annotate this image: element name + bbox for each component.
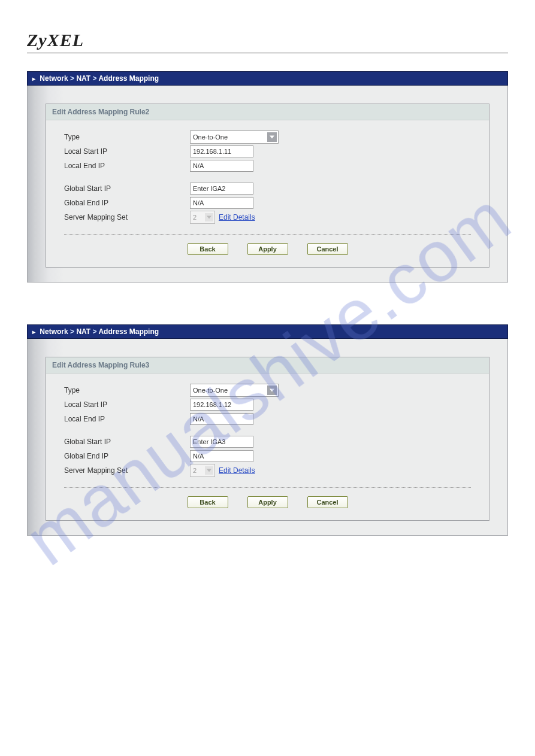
- local-end-ip-label: Local End IP: [64, 415, 190, 423]
- server-mapping-set-label: Server Mapping Set: [64, 466, 190, 475]
- local-start-ip-field[interactable]: 192.168.1.11: [190, 145, 253, 157]
- panel-rule2: ▸ Network > NAT > Address Mapping Edit A…: [27, 71, 508, 283]
- breadcrumb-sep: >: [93, 327, 97, 336]
- local-start-ip-label: Local Start IP: [64, 400, 190, 409]
- global-start-ip-field[interactable]: Enter IGA2: [190, 183, 253, 195]
- svg-marker-2: [270, 389, 274, 392]
- breadcrumb-part-address-mapping: Address Mapping: [98, 327, 159, 336]
- svg-marker-1: [207, 216, 211, 219]
- header-rule: [27, 53, 508, 53]
- edit-details-link[interactable]: Edit Details: [219, 466, 255, 475]
- cancel-button[interactable]: Cancel: [307, 496, 348, 508]
- global-start-ip-field[interactable]: Enter IGA3: [190, 436, 253, 448]
- server-mapping-set-label: Server Mapping Set: [64, 213, 190, 221]
- section-title: Edit Address Mapping Rule2: [46, 104, 489, 120]
- local-end-ip-field[interactable]: N/A: [190, 413, 253, 425]
- global-end-ip-label: Global End IP: [64, 452, 190, 460]
- chevron-down-icon: [267, 132, 277, 142]
- breadcrumb-part-address-mapping: Address Mapping: [98, 74, 159, 83]
- breadcrumb-sep: >: [70, 74, 74, 83]
- back-button[interactable]: Back: [188, 496, 228, 508]
- breadcrumb-part-nat: NAT: [76, 74, 90, 83]
- svg-marker-3: [207, 469, 211, 472]
- chevron-down-icon: [205, 213, 213, 221]
- cancel-button[interactable]: Cancel: [307, 243, 348, 255]
- local-end-ip-label: Local End IP: [64, 162, 190, 170]
- back-button[interactable]: Back: [188, 243, 228, 255]
- type-select[interactable]: One-to-One: [190, 384, 279, 397]
- breadcrumb-part-network: Network: [40, 327, 68, 336]
- type-select-value: One-to-One: [193, 133, 228, 141]
- chevron-down-icon: [205, 466, 213, 475]
- breadcrumb-part-nat: NAT: [76, 327, 90, 336]
- apply-button[interactable]: Apply: [247, 243, 288, 255]
- type-label: Type: [64, 133, 190, 141]
- form-divider: [64, 487, 471, 488]
- breadcrumb-sep: >: [70, 327, 74, 336]
- breadcrumb-arrow-icon: ▸: [32, 75, 35, 82]
- local-start-ip-label: Local Start IP: [64, 147, 190, 156]
- global-start-ip-label: Global Start IP: [64, 438, 190, 446]
- form-divider: [64, 234, 471, 235]
- type-select-value: One-to-One: [193, 387, 228, 394]
- global-end-ip-field[interactable]: N/A: [190, 450, 253, 462]
- apply-button[interactable]: Apply: [247, 496, 288, 508]
- local-start-ip-field[interactable]: 192.168.1.12: [190, 399, 253, 411]
- global-end-ip-field[interactable]: N/A: [190, 197, 253, 209]
- breadcrumb-sep: >: [93, 74, 97, 83]
- breadcrumb: ▸ Network > NAT > Address Mapping: [27, 324, 508, 339]
- breadcrumb: ▸ Network > NAT > Address Mapping: [27, 71, 508, 86]
- panel-rule3: ▸ Network > NAT > Address Mapping Edit A…: [27, 324, 508, 536]
- server-mapping-set-value: 2: [193, 214, 197, 221]
- svg-marker-0: [270, 136, 274, 139]
- chevron-down-icon: [267, 385, 277, 395]
- brand-logo: ZyXEL: [27, 30, 508, 50]
- breadcrumb-arrow-icon: ▸: [32, 329, 35, 335]
- global-start-ip-label: Global Start IP: [64, 184, 190, 193]
- section-title: Edit Address Mapping Rule3: [46, 357, 489, 374]
- edit-details-link[interactable]: Edit Details: [219, 213, 255, 221]
- global-end-ip-label: Global End IP: [64, 199, 190, 207]
- type-select[interactable]: One-to-One: [190, 130, 279, 144]
- server-mapping-set-value: 2: [193, 467, 197, 474]
- server-mapping-set-select: 2: [190, 211, 215, 224]
- type-label: Type: [64, 386, 190, 394]
- local-end-ip-field[interactable]: N/A: [190, 160, 253, 172]
- breadcrumb-part-network: Network: [40, 74, 68, 83]
- server-mapping-set-select: 2: [190, 464, 215, 477]
